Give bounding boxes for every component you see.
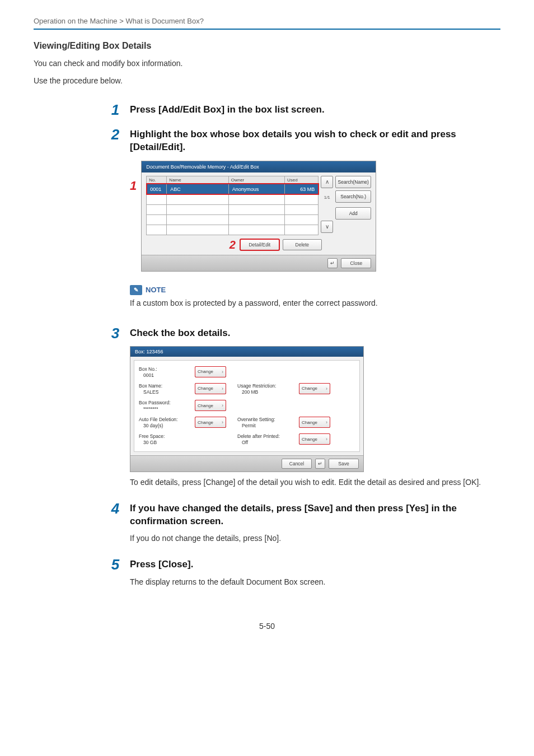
note-text: If a custom box is protected by a passwo…: [130, 297, 500, 309]
page-number: 5-50: [34, 622, 500, 631]
cell-used: 63 MB: [285, 184, 318, 194]
detail-delete-after-printed: Delete after Printed: Off: [237, 433, 299, 446]
table-row[interactable]: [147, 225, 318, 235]
callout-number-1: 1: [130, 179, 137, 193]
step-desc-4: If you do not change the details, press …: [130, 533, 500, 545]
change-usage-restriction-button[interactable]: Change›: [299, 383, 330, 394]
col-owner[interactable]: Owner: [228, 176, 284, 184]
callout-number-2: 2: [229, 239, 236, 251]
intro-text-1: You can check and modify box information…: [34, 58, 500, 69]
screen1-title: Document Box/Removable Memory - Add/Edit…: [142, 161, 376, 172]
step-title-4: If you have changed the details, press […: [130, 501, 500, 528]
step-title-1: Press [Add/Edit Box] in the box list scr…: [130, 102, 325, 116]
change-box-no-button[interactable]: Change›: [195, 366, 226, 377]
page-heading: Viewing/Editing Box Details: [34, 41, 500, 51]
table-row[interactable]: [147, 194, 318, 204]
change-box-name-button[interactable]: Change›: [195, 383, 226, 394]
screen-add-edit-box: Document Box/Removable Memory - Add/Edit…: [141, 161, 376, 272]
step-title-3: Check the box details.: [130, 326, 231, 340]
delete-button[interactable]: Delete: [283, 239, 322, 250]
col-no[interactable]: No.: [147, 176, 167, 184]
enter-icon[interactable]: ↵: [315, 459, 325, 469]
scroll-down-button[interactable]: ∨: [321, 221, 333, 233]
close-button[interactable]: Close: [341, 258, 371, 268]
detail-box-password: Box Password: ********: [139, 400, 195, 412]
screen-box-details: Box: 123456 Box No.: 0001 Change› Box Na…: [130, 346, 364, 472]
step-desc-5: The display returns to the default Docum…: [130, 576, 500, 589]
note-icon: ✎: [130, 285, 142, 295]
step-number-5: 5: [109, 557, 122, 572]
change-delete-after-printed-button[interactable]: Change›: [299, 433, 330, 445]
table-row[interactable]: [147, 204, 318, 214]
step-number-2: 2: [109, 127, 122, 142]
change-box-password-button[interactable]: Change›: [195, 400, 226, 411]
step-number-4: 4: [109, 501, 122, 516]
detail-usage-restriction: Usage Restriction: 200 MB: [237, 383, 299, 395]
cancel-button[interactable]: Cancel: [282, 459, 312, 469]
change-overwrite-setting-button[interactable]: Change›: [299, 417, 330, 428]
step-title-2: Highlight the box whose box details you …: [130, 127, 500, 154]
detail-edit-button[interactable]: Detail/Edit: [240, 239, 279, 250]
detail-free-space: Free Space: 30 GB: [139, 433, 195, 446]
cell-no: 0001: [147, 184, 167, 194]
add-button[interactable]: Add: [335, 207, 371, 220]
page-indicator: 1/1: [321, 192, 333, 204]
col-name[interactable]: Name: [167, 176, 228, 184]
table-row[interactable]: 0001 ABC Anonymous 63 MB: [147, 184, 318, 194]
note-label: NOTE: [146, 286, 166, 294]
cell-owner: Anonymous: [228, 184, 284, 194]
table-row[interactable]: [147, 214, 318, 225]
enter-icon[interactable]: ↵: [327, 258, 338, 268]
scroll-up-button[interactable]: ∧: [321, 176, 333, 188]
change-auto-file-deletion-button[interactable]: Change›: [195, 417, 226, 428]
detail-overwrite-setting: Overwrite Setting: Permit: [237, 417, 299, 429]
col-used[interactable]: Used: [285, 176, 318, 184]
search-no-button[interactable]: Search(No.): [335, 190, 371, 203]
step-number-1: 1: [109, 102, 122, 117]
box-list-table: No. Name Owner Used 0001 ABC Anonymous 6…: [146, 176, 318, 235]
cell-name: ABC: [167, 184, 228, 194]
breadcrumb: Operation on the Machine > What is Docum…: [34, 17, 500, 30]
detail-box-name: Box Name: SALES: [139, 383, 195, 395]
step-number-3: 3: [109, 326, 122, 340]
save-button[interactable]: Save: [329, 459, 359, 469]
note-block: ✎ NOTE If a custom box is protected by a…: [130, 285, 500, 309]
step-title-5: Press [Close].: [130, 557, 193, 571]
intro-text-2: Use the procedure below.: [34, 75, 500, 87]
detail-auto-file-deletion: Auto File Deletion: 30 day(s): [139, 417, 195, 429]
step-desc-3: To edit details, press [Change] of the d…: [130, 477, 500, 489]
screen2-title: Box: 123456: [130, 347, 363, 357]
search-name-button[interactable]: Search(Name): [335, 176, 371, 188]
detail-box-no: Box No.: 0001: [139, 366, 195, 379]
